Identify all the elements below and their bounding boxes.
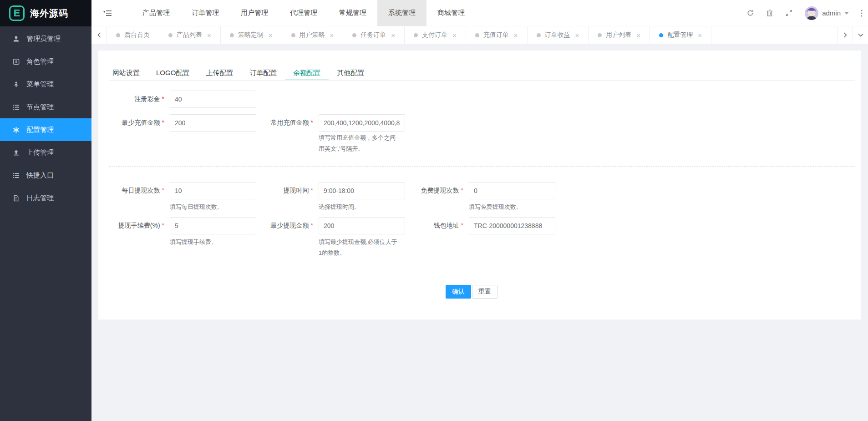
tabbar-spacer (711, 26, 837, 44)
sidebar-item-label: 日志管理 (26, 194, 54, 203)
more-vertical-icon[interactable] (861, 10, 863, 17)
tabs-scroll-right-icon[interactable] (837, 26, 853, 44)
sidebar-item-label: 管理员管理 (26, 35, 61, 43)
fullscreen-icon[interactable] (785, 9, 793, 17)
close-icon[interactable]: × (391, 32, 395, 39)
header-actions: admin (746, 0, 868, 26)
field-label: 免费提现次数* (397, 187, 463, 195)
tab-dot (291, 33, 295, 37)
sidebar-item-upload[interactable]: 上传管理 (0, 141, 91, 164)
tab-label: 配置管理 (667, 31, 693, 39)
refresh-icon[interactable] (746, 9, 754, 17)
tab-dot (168, 33, 173, 37)
tab-dot (352, 33, 356, 37)
withdraw-fee-input[interactable] (170, 217, 256, 234)
tab-config-manage[interactable]: 配置管理 × (650, 26, 711, 44)
config-tab-order[interactable]: 订单配置 (241, 66, 285, 80)
tab-pay-order[interactable]: 支付订单 × (405, 26, 466, 44)
sidebar-item-role[interactable]: 角色管理 (0, 50, 91, 73)
field-label: 注册彩金* (98, 95, 164, 103)
nav-label: 订单管理 (192, 9, 219, 17)
nav-label: 用户管理 (241, 9, 268, 17)
required-mark: * (162, 187, 164, 194)
app-logo: E 海外源码 (0, 0, 91, 26)
close-icon[interactable]: × (452, 32, 457, 39)
close-icon[interactable]: × (330, 32, 334, 39)
tab-product-list[interactable]: 产品列表 × (159, 26, 221, 44)
tab-label: 订单收益 (545, 31, 570, 39)
close-icon[interactable]: × (514, 32, 518, 39)
page-tabbar: 后台首页 产品列表 × 策略定制 × 用户策略 × 任务订单 × 支付订单 × (91, 26, 868, 44)
free-withdraw-hint: 填写免费提现次数。 (469, 202, 522, 213)
register-bonus-input[interactable] (170, 91, 256, 108)
tab-user-list[interactable]: 用户列表 × (589, 26, 650, 44)
close-icon[interactable]: × (269, 32, 273, 39)
dashed-divider (109, 166, 855, 167)
log-icon (13, 195, 20, 202)
tab-strategy-custom[interactable]: 策略定制 × (221, 26, 282, 44)
required-mark: * (311, 187, 313, 194)
sidebar-item-config[interactable]: 配置管理 (0, 118, 91, 141)
sidebar-item-node[interactable]: 节点管理 (0, 96, 91, 118)
daily-withdraw-count-input[interactable] (170, 182, 256, 199)
tab-label: 充值订单 (483, 31, 509, 39)
sidebar-item-log[interactable]: 日志管理 (0, 187, 91, 209)
tabs-menu-icon[interactable] (853, 26, 868, 44)
min-withdraw-input[interactable] (319, 217, 405, 234)
required-mark: * (311, 222, 313, 229)
field-label: 提现时间* (247, 187, 313, 195)
close-icon[interactable]: × (575, 32, 579, 39)
config-icon (13, 127, 20, 133)
field-label: 最少充值金额* (98, 119, 164, 127)
min-recharge-input[interactable] (170, 114, 256, 132)
field-label: 最少提现金额* (247, 222, 313, 230)
config-tab-upload[interactable]: 上传配置 (198, 66, 241, 80)
nav-system[interactable]: 系统管理 (377, 0, 426, 26)
nav-product[interactable]: 产品管理 (132, 0, 181, 26)
tab-user-strategy[interactable]: 用户策略 × (282, 26, 344, 44)
common-recharge-input[interactable] (319, 114, 405, 132)
sidebar-collapse-icon[interactable] (91, 0, 123, 26)
wallet-address-input[interactable] (469, 217, 555, 234)
field-common-recharge: 常用充值金额* (247, 114, 405, 132)
sidebar-item-admin[interactable]: 管理员管理 (0, 27, 91, 50)
config-tab-website[interactable]: 网站设置 (104, 66, 148, 80)
tabs-scroll-left-icon[interactable] (91, 26, 107, 44)
config-tab-balance[interactable]: 余额配置 (285, 66, 329, 80)
sidebar-item-label: 配置管理 (26, 126, 54, 134)
sidebar-item-label: 快捷入口 (26, 171, 54, 180)
close-icon[interactable]: × (636, 32, 640, 39)
nav-agent[interactable]: 代理管理 (279, 0, 328, 26)
tab-home[interactable]: 后台首页 (107, 26, 159, 44)
nav-general[interactable]: 常规管理 (328, 0, 377, 26)
nav-order[interactable]: 订单管理 (181, 0, 230, 26)
user-menu[interactable]: admin (805, 6, 849, 20)
nav-label: 代理管理 (290, 9, 317, 17)
tree-icon (13, 81, 20, 88)
reset-button[interactable]: 重置 (472, 285, 497, 299)
config-tab-logo[interactable]: LOGO配置 (148, 66, 198, 80)
field-label: 提现手续费(%)* (98, 222, 164, 230)
config-tab-other[interactable]: 其他配置 (329, 66, 372, 80)
field-label: 常用充值金额* (247, 119, 313, 127)
sidebar-item-shortcut[interactable]: 快捷入口 (0, 164, 91, 187)
nav-mall[interactable]: 商城管理 (426, 0, 476, 26)
nav-user[interactable]: 用户管理 (230, 0, 279, 26)
free-withdraw-count-input[interactable] (469, 182, 555, 199)
role-icon (13, 58, 20, 65)
tab-order-income[interactable]: 订单收益 × (528, 26, 589, 44)
withdraw-time-input[interactable] (319, 182, 405, 199)
sidebar-item-label: 角色管理 (26, 57, 54, 66)
tab-task-order[interactable]: 任务订单 × (343, 26, 405, 44)
close-icon[interactable]: × (698, 32, 702, 39)
close-icon[interactable]: × (207, 32, 211, 39)
tab-label: 产品列表 (177, 31, 202, 39)
config-card: 网站设置 LOGO配置 上传配置 订单配置 余额配置 其他配置 注册彩金* 最少… (98, 51, 861, 320)
sidebar-item-menu[interactable]: 菜单管理 (0, 73, 91, 96)
trash-icon[interactable] (766, 9, 773, 17)
field-label: 每日提现次数* (98, 187, 164, 195)
tab-dot (116, 33, 120, 37)
confirm-button[interactable]: 确认 (446, 285, 471, 299)
tab-recharge-order[interactable]: 充值订单 × (466, 26, 528, 44)
withdraw-fee-hint: 填写提现手续费。 (170, 237, 217, 248)
